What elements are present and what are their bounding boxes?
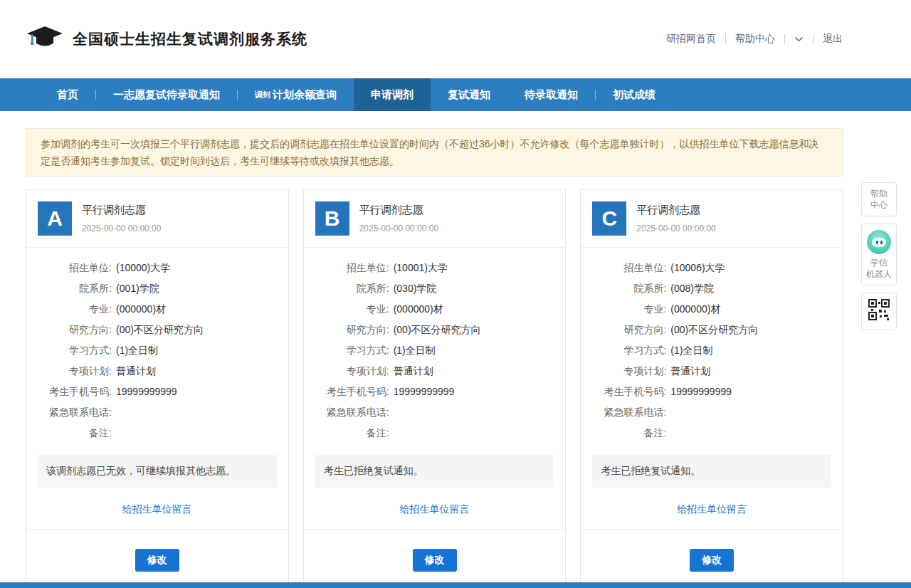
field-value: (1)全日制 bbox=[116, 343, 158, 357]
field-label: 专项计划: bbox=[38, 364, 112, 378]
field-value: (030)学院 bbox=[394, 281, 437, 295]
robot-widget[interactable]: 学信 机器人 bbox=[861, 224, 897, 285]
nav-first-choice-admission-notice[interactable]: 一志愿复试待录取通知 bbox=[96, 78, 237, 111]
field-value: (10006)大学 bbox=[670, 261, 725, 275]
yz-home-link[interactable]: 研招网首页 bbox=[666, 33, 716, 46]
field-label: 院系所: bbox=[592, 281, 666, 295]
qr-code-icon bbox=[868, 313, 890, 322]
help-widget-label-line2: 中心 bbox=[864, 199, 894, 211]
help-center-link[interactable]: 帮助中心 bbox=[735, 33, 775, 46]
field-value: (00)不区分研究方向 bbox=[670, 322, 758, 337]
floating-widgets: 帮助 中心 学信 机器人 bbox=[861, 182, 897, 330]
nav-home[interactable]: 首页 bbox=[40, 78, 95, 111]
field-label: 研究方向: bbox=[38, 322, 112, 337]
card-footer: 修改 bbox=[581, 529, 843, 588]
field-row: 紧急联系电话: bbox=[592, 405, 831, 419]
volunteer-card-c: C 平行调剂志愿 2025-00-00 00:00:00 招生单位:(10006… bbox=[580, 189, 843, 588]
field-label: 专业: bbox=[38, 302, 112, 316]
volunteer-card-a: A 平行调剂志愿 2025-00-00 00:00:00 招生单位:(10000… bbox=[26, 189, 289, 588]
field-label: 备注: bbox=[592, 426, 666, 440]
field-row: 专项计划:普通计划 bbox=[38, 364, 277, 378]
card-timestamp: 2025-00-00 00:00:00 bbox=[82, 224, 161, 233]
card-header: A 平行调剂志愿 2025-00-00 00:00:00 bbox=[26, 190, 288, 248]
field-label: 专业: bbox=[315, 302, 389, 316]
modify-button[interactable]: 修改 bbox=[413, 549, 457, 572]
field-row: 研究方向:(00)不区分研究方向 bbox=[592, 322, 831, 337]
card-fields: 招生单位:(10000)大学 院系所:(001)学院 专业:(000000)材 … bbox=[26, 248, 288, 449]
field-row: 备注: bbox=[315, 426, 554, 440]
field-label: 院系所: bbox=[38, 281, 112, 295]
field-row: 专业:(000000)材 bbox=[315, 302, 554, 316]
field-value: 19999999999 bbox=[116, 384, 177, 399]
field-label: 研究方向: bbox=[592, 322, 666, 337]
message-to-unit-link[interactable]: 给招生单位留言 bbox=[400, 503, 470, 515]
message-link-row: 给招生单位留言 bbox=[304, 488, 566, 529]
divider bbox=[813, 34, 813, 44]
modify-button[interactable]: 修改 bbox=[135, 549, 179, 572]
modify-button[interactable]: 修改 bbox=[690, 549, 734, 572]
card-header: C 平行调剂志愿 2025-00-00 00:00:00 bbox=[581, 190, 843, 248]
field-label: 备注: bbox=[38, 426, 112, 440]
field-row: 专业:(000000)材 bbox=[592, 302, 831, 316]
field-value: (00)不区分研究方向 bbox=[394, 322, 481, 337]
card-header: B 平行调剂志愿 2025-00-00 00:00:00 bbox=[304, 190, 566, 248]
card-timestamp: 2025-00-00 00:00:00 bbox=[359, 224, 438, 233]
message-link-row: 给招生单位留言 bbox=[26, 488, 288, 529]
nav-home-label: 首页 bbox=[57, 88, 78, 102]
field-value: (00)不区分研究方向 bbox=[116, 322, 204, 337]
card-letter-badge: B bbox=[315, 201, 349, 236]
card-title: 平行调剂志愿 bbox=[636, 204, 715, 217]
field-value: (000000)材 bbox=[116, 302, 166, 316]
nav-retest-notice[interactable]: 复试通知 bbox=[431, 78, 507, 111]
field-label: 学习方式: bbox=[592, 343, 666, 357]
message-to-unit-link[interactable]: 给招生单位留言 bbox=[122, 503, 192, 515]
field-row: 招生单位:(10001)大学 bbox=[315, 261, 554, 275]
card-footer: 修改 bbox=[26, 529, 288, 588]
nav-quota-label: 计划余额查询 bbox=[273, 88, 337, 102]
nav-admission-notice[interactable]: 待录取通知 bbox=[507, 78, 595, 111]
volunteer-cards-row: A 平行调剂志愿 2025-00-00 00:00:00 招生单位:(10000… bbox=[26, 189, 843, 588]
message-to-unit-link[interactable]: 给招生单位留言 bbox=[677, 503, 747, 515]
field-row: 院系所:(030)学院 bbox=[315, 281, 554, 295]
field-row: 考生手机号码:19999999999 bbox=[38, 384, 277, 399]
field-row: 考生手机号码:19999999999 bbox=[315, 384, 554, 399]
field-label: 学习方式: bbox=[38, 343, 112, 357]
page-title: 全国硕士生招生复试调剂服务系统 bbox=[73, 29, 307, 49]
field-row: 紧急联系电话: bbox=[38, 405, 277, 419]
field-label: 学习方式: bbox=[315, 343, 389, 357]
nav-admission-label: 待录取通知 bbox=[525, 88, 578, 102]
nav-initial-score[interactable]: 初试成绩 bbox=[596, 78, 673, 111]
robot-label-line1: 学信 bbox=[864, 257, 894, 268]
card-letter-badge: A bbox=[38, 201, 72, 236]
nav-first-choice-label: 一志愿复试待录取通知 bbox=[113, 88, 220, 102]
help-center-widget[interactable]: 帮助 中心 bbox=[861, 182, 897, 216]
field-label: 招生单位: bbox=[315, 261, 389, 275]
field-label: 备注: bbox=[315, 426, 389, 440]
field-label: 紧急联系电话: bbox=[38, 405, 112, 419]
main-nav: 首页 一志愿复试待录取通知 调剂 计划余额查询 申请调剂 复试通知 待录取通知 … bbox=[0, 78, 911, 111]
qr-code-widget[interactable] bbox=[861, 293, 897, 330]
field-row: 研究方向:(00)不区分研究方向 bbox=[315, 322, 554, 337]
field-label: 专业: bbox=[592, 302, 666, 316]
field-label: 招生单位: bbox=[38, 261, 112, 275]
field-value: (10000)大学 bbox=[116, 261, 170, 275]
field-value: (000000)材 bbox=[394, 302, 443, 316]
logout-link[interactable]: 退出 bbox=[823, 33, 843, 46]
nav-apply-adjustment[interactable]: 申请调剂 bbox=[354, 78, 431, 111]
field-label: 考生手机号码: bbox=[315, 384, 389, 399]
card-fields: 招生单位:(10001)大学 院系所:(030)学院 专业:(000000)材 … bbox=[304, 248, 566, 449]
status-message: 该调剂志愿已无效，可继续填报其他志愿。 bbox=[38, 455, 277, 488]
nav-quota-prefix-label: 调剂 bbox=[255, 90, 270, 100]
field-row: 招生单位:(10000)大学 bbox=[38, 261, 277, 275]
field-label: 招生单位: bbox=[592, 261, 666, 275]
nav-quota-query[interactable]: 调剂 计划余额查询 bbox=[238, 78, 354, 111]
footer-bar bbox=[0, 582, 911, 588]
field-row: 专项计划:普通计划 bbox=[315, 364, 554, 378]
field-label: 专项计划: bbox=[592, 364, 666, 378]
divider bbox=[725, 34, 726, 44]
user-menu-chevron-down-icon[interactable] bbox=[794, 36, 804, 43]
field-label: 紧急联系电话: bbox=[592, 405, 666, 419]
field-label: 研究方向: bbox=[315, 322, 389, 337]
divider bbox=[784, 34, 785, 44]
field-value: (001)学院 bbox=[116, 281, 159, 295]
